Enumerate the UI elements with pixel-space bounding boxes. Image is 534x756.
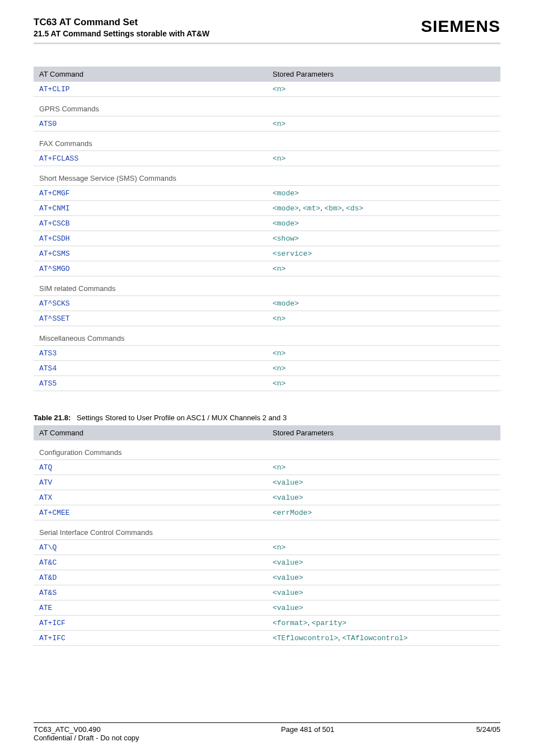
command-cell: AT+CSCB: [34, 216, 267, 231]
at-command-link[interactable]: AT&D: [39, 574, 57, 582]
command-cell: ATX: [34, 490, 267, 505]
at-command-link[interactable]: ATS5: [39, 379, 57, 388]
section-title: SIM related Commands: [34, 276, 500, 296]
param-link[interactable]: <ds>: [346, 204, 363, 213]
at-command-link[interactable]: ATX: [39, 494, 52, 502]
page-footer: TC63_ATC_V00.490 Confidential / Draft - …: [34, 722, 500, 742]
section-title: Miscellaneous Commands: [34, 326, 500, 346]
at-command-link[interactable]: AT+CSCB: [39, 219, 70, 228]
at-command-link[interactable]: AT+CNMI: [39, 204, 70, 213]
param-separator: ,: [342, 204, 346, 212]
command-cell: AT+CMEE: [34, 505, 267, 520]
param-link[interactable]: <mode>: [273, 219, 299, 228]
at-command-link[interactable]: AT^SCKS: [39, 299, 70, 308]
at-command-link[interactable]: ATS3: [39, 349, 57, 358]
params-cell: <show>: [267, 231, 500, 246]
command-cell: ATS4: [34, 361, 267, 376]
at-command-link[interactable]: AT&C: [39, 558, 57, 567]
at-command-link[interactable]: AT&S: [39, 589, 57, 597]
param-link[interactable]: <errMode>: [273, 509, 312, 517]
command-cell: ATS0: [34, 116, 267, 132]
params-cell: <mode>: [267, 186, 500, 201]
params-cell: <n>: [267, 82, 500, 97]
at-command-link[interactable]: AT+CSDH: [39, 234, 70, 243]
command-cell: AT^SCKS: [34, 296, 267, 311]
col-at-command: AT Command: [34, 425, 267, 440]
param-link[interactable]: <n>: [273, 120, 285, 128]
section-title: Short Message Service (SMS) Commands: [34, 166, 500, 186]
param-link[interactable]: <value>: [273, 494, 303, 502]
table-row: AT^SMGO<n>: [34, 261, 500, 276]
doc-title: TC63 AT Command Set: [34, 17, 209, 28]
param-link[interactable]: <value>: [273, 558, 303, 567]
at-command-link[interactable]: ATS0: [39, 120, 57, 128]
param-link[interactable]: <n>: [273, 379, 285, 388]
command-cell: AT+ICF: [34, 616, 267, 631]
params-cell: <mode>, <mt>, <bm>, <ds>: [267, 201, 500, 216]
param-link[interactable]: <bm>: [325, 204, 342, 213]
at-command-link[interactable]: AT+IFC: [39, 634, 65, 642]
at-command-link[interactable]: ATE: [39, 604, 52, 612]
param-link[interactable]: <mode>: [273, 299, 299, 308]
at-command-link[interactable]: AT\Q: [39, 543, 57, 552]
param-separator: ,: [299, 204, 303, 212]
params-cell: <errMode>: [267, 505, 500, 520]
param-link[interactable]: <value>: [273, 589, 303, 597]
at-command-link[interactable]: ATQ: [39, 463, 52, 472]
table-row: ATS4<n>: [34, 361, 500, 376]
param-link[interactable]: <TAflowcontrol>: [342, 634, 407, 642]
command-cell: ATE: [34, 600, 267, 616]
at-command-link[interactable]: AT+ICF: [39, 619, 65, 627]
command-cell: ATS5: [34, 376, 267, 391]
param-link[interactable]: <format>: [273, 619, 307, 627]
command-cell: AT^SMGO: [34, 261, 267, 276]
param-link[interactable]: <value>: [273, 574, 303, 582]
param-link[interactable]: <value>: [273, 604, 303, 612]
at-command-link[interactable]: AT+CLIP: [39, 85, 70, 93]
at-command-link[interactable]: AT+CSMS: [39, 250, 70, 258]
params-cell: <value>: [267, 600, 500, 616]
table-row: AT+ICF<format>, <parity>: [34, 616, 500, 631]
command-cell: AT+CSDH: [34, 231, 267, 246]
param-link[interactable]: <mt>: [303, 204, 320, 213]
param-link[interactable]: <n>: [273, 463, 285, 472]
param-link[interactable]: <value>: [273, 478, 303, 487]
command-cell: AT+CSMS: [34, 246, 267, 261]
table-row: AT+CSCB<mode>: [34, 216, 500, 231]
table-row: AT&C<value>: [34, 555, 500, 570]
doc-version: TC63_ATC_V00.490: [34, 725, 139, 734]
confidential-notice: Confidential / Draft - Do not copy: [34, 734, 139, 742]
param-separator: ,: [307, 618, 311, 627]
table-row: AT&S<value>: [34, 585, 500, 600]
at-command-link[interactable]: AT+CMEE: [39, 509, 70, 517]
caption-label: Table 21.8:: [34, 414, 71, 422]
param-link[interactable]: <service>: [273, 250, 312, 258]
header-divider: [34, 43, 500, 44]
param-separator: ,: [320, 204, 324, 212]
param-link[interactable]: <n>: [273, 364, 285, 373]
at-command-link[interactable]: AT^SMGO: [39, 265, 70, 273]
param-link[interactable]: <parity>: [312, 619, 346, 627]
param-link[interactable]: <n>: [273, 543, 285, 552]
param-link[interactable]: <n>: [273, 85, 285, 93]
col-stored-params: Stored Parameters: [267, 67, 500, 82]
page-header: TC63 AT Command Set 21.5 AT Command Sett…: [34, 17, 500, 38]
param-link[interactable]: <n>: [273, 349, 285, 358]
param-link[interactable]: <show>: [273, 234, 299, 243]
table-row: AT+CMEE<errMode>: [34, 505, 500, 520]
at-command-link[interactable]: AT+FCLASS: [39, 154, 78, 163]
param-link[interactable]: <mode>: [273, 189, 299, 198]
param-link[interactable]: <n>: [273, 265, 285, 273]
param-link[interactable]: <mode>: [273, 204, 299, 213]
commands-table-1: AT Command Stored Parameters AT+CLIP<n>G…: [34, 67, 500, 391]
param-link[interactable]: <n>: [273, 314, 285, 323]
table-row: ATQ<n>: [34, 460, 500, 475]
param-link[interactable]: <n>: [273, 154, 285, 163]
at-command-link[interactable]: ATV: [39, 478, 52, 487]
at-command-link[interactable]: AT+CMGF: [39, 189, 70, 198]
table-row: AT+CLIP<n>: [34, 82, 500, 97]
command-cell: AT+CMGF: [34, 186, 267, 201]
at-command-link[interactable]: ATS4: [39, 364, 57, 373]
at-command-link[interactable]: AT^SSET: [39, 314, 70, 323]
param-link[interactable]: <TEflowcontrol>: [273, 634, 338, 642]
